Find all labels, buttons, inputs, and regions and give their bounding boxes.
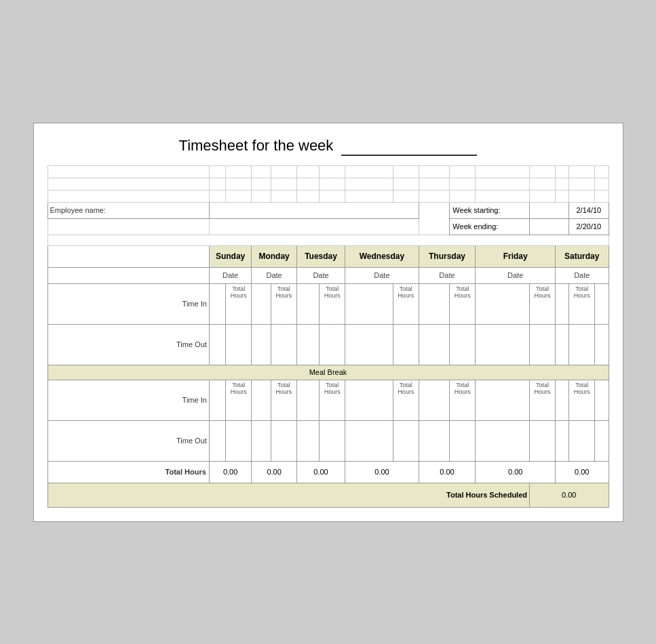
saturday-hours-2: TotalHours (569, 380, 595, 420)
week-starting-label: Week starting: (450, 202, 530, 218)
meal-break-row: Meal Break (47, 365, 609, 380)
meal-break-label: Meal Break (47, 365, 609, 380)
saturday-timeout-1[interactable] (556, 324, 569, 365)
friday-timeout-1[interactable] (476, 324, 530, 365)
friday-header: Friday (476, 245, 556, 267)
wednesday-timeout-2[interactable] (345, 420, 393, 461)
wednesday-timeout-1b (393, 324, 419, 365)
friday-total: 0.00 (476, 461, 556, 483)
sunday-timeout-1b (226, 324, 252, 365)
thursday-hours-1: TotalHours (450, 283, 476, 324)
day-header-row: Sunday Monday Tuesday Wednesday Thursday… (47, 245, 609, 267)
spacer-row (47, 235, 609, 245)
thursday-hours-2: TotalHours (450, 380, 476, 420)
monday-hours-1: TotalHours (271, 283, 296, 324)
saturday-total: 0.00 (556, 461, 609, 483)
friday-timein-1[interactable] (476, 283, 530, 324)
employee-info-row: Employee name: Week starting: 2/14/10 (47, 202, 609, 218)
friday-timeout-2b (530, 420, 556, 461)
saturday-timeout-1b (569, 324, 595, 365)
tuesday-hours-1: TotalHours (320, 283, 345, 324)
monday-hours-2: TotalHours (271, 380, 296, 420)
time-in-label-2: Time In (47, 380, 209, 420)
total-hours-label: Total Hours (47, 461, 209, 483)
tuesday-timeout-2b (320, 420, 345, 461)
thursday-timein-2[interactable] (419, 380, 450, 420)
time-in-label-1: Time In (47, 283, 209, 324)
wednesday-total: 0.00 (345, 461, 419, 483)
saturday-timeout-2b (569, 420, 595, 461)
tuesday-header: Tuesday (296, 245, 345, 267)
title-row: Timesheet for the week (47, 137, 609, 159)
friday-timeout-2[interactable] (476, 420, 530, 461)
thursday-header: Thursday (419, 245, 476, 267)
saturday-timein-2[interactable] (556, 380, 569, 420)
sunday-timein-1[interactable] (209, 283, 226, 324)
saturday-date: Date (556, 267, 609, 283)
friday-timein-2[interactable] (476, 380, 530, 420)
sunday-hours-2: TotalHours (226, 380, 252, 420)
tuesday-timeout-1[interactable] (296, 324, 319, 365)
week-ending-info-row: Week ending: 2/20/10 (47, 218, 609, 235)
employee-label: Employee name: (47, 202, 209, 218)
monday-timeout-2[interactable] (252, 420, 271, 461)
blank-row-2 (47, 178, 609, 190)
friday-date: Date (476, 267, 556, 283)
tuesday-date: Date (296, 267, 345, 283)
time-out-row-1: Time Out (47, 324, 609, 365)
sunday-timeout-2[interactable] (209, 420, 226, 461)
thursday-timeout-1[interactable] (419, 324, 450, 365)
sunday-timein-2[interactable] (209, 380, 226, 420)
wednesday-hours-1: TotalHours (393, 283, 419, 324)
wednesday-timeout-2b (393, 420, 419, 461)
tuesday-timeout-1b (320, 324, 345, 365)
tuesday-hours-2: TotalHours (320, 380, 345, 420)
timesheet-table: Employee name: Week starting: 2/14/10 We… (47, 165, 609, 508)
saturday-timeout-2[interactable] (556, 420, 569, 461)
wednesday-header: Wednesday (345, 245, 419, 267)
monday-timein-1[interactable] (252, 283, 271, 324)
thursday-timein-1[interactable] (419, 283, 450, 324)
wednesday-timeout-1[interactable] (345, 324, 393, 365)
monday-header: Monday (252, 245, 296, 267)
blank-row-3 (47, 190, 609, 202)
tuesday-timein-1[interactable] (296, 283, 319, 324)
tuesday-timein-2[interactable] (296, 380, 319, 420)
sunday-header: Sunday (209, 245, 252, 267)
wednesday-timein-1[interactable] (345, 283, 393, 324)
monday-timein-2[interactable] (252, 380, 271, 420)
thursday-date: Date (419, 267, 476, 283)
totals-row: Total Hours 0.00 0.00 0.00 0.00 0.00 0.0… (47, 461, 609, 483)
week-ending-value: 2/20/10 (569, 218, 609, 235)
saturday-timein-1[interactable] (556, 283, 569, 324)
sunday-timeout-1[interactable] (209, 324, 226, 365)
thursday-timeout-2b (450, 420, 476, 461)
monday-timeout-1[interactable] (252, 324, 271, 365)
thursday-timeout-2[interactable] (419, 420, 450, 461)
time-in-row-2: Time In TotalHours TotalHours TotalHours… (47, 380, 609, 420)
title-text: Timesheet for the week (179, 137, 334, 154)
thursday-total: 0.00 (419, 461, 476, 483)
title-underline[interactable] (341, 137, 477, 156)
time-out-label-2: Time Out (47, 420, 209, 461)
sunday-total: 0.00 (209, 461, 252, 483)
wednesday-hours-2: TotalHours (393, 380, 419, 420)
monday-timeout-1b (271, 324, 296, 365)
friday-timeout-1b (530, 324, 556, 365)
friday-hours-1: TotalHours (530, 283, 556, 324)
wednesday-timein-2[interactable] (345, 380, 393, 420)
week-ending-label: Week ending: (450, 218, 530, 235)
sunday-timeout-2b (226, 420, 252, 461)
sunday-date: Date (209, 267, 252, 283)
grand-total-label: Total Hours Scheduled (47, 483, 530, 507)
grand-total-row: Total Hours Scheduled 0.00 (47, 483, 609, 507)
friday-hours-2: TotalHours (530, 380, 556, 420)
tuesday-timeout-2[interactable] (296, 420, 319, 461)
monday-total: 0.00 (252, 461, 296, 483)
monday-date: Date (252, 267, 296, 283)
week-starting-blank (530, 202, 569, 218)
employee-name-field[interactable] (209, 202, 419, 218)
saturday-header: Saturday (556, 245, 609, 267)
time-out-label-1: Time Out (47, 324, 209, 365)
timesheet-page: Timesheet for the week (33, 123, 623, 522)
